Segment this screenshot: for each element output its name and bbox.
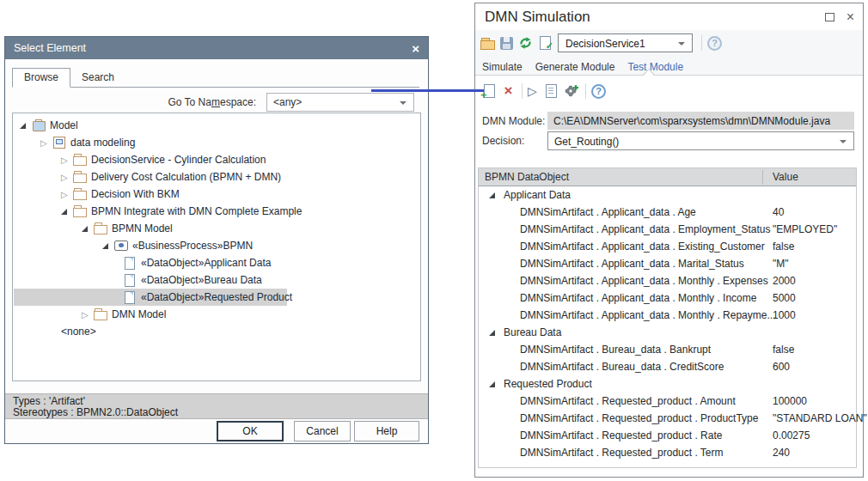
open-folder-icon[interactable]: [480, 36, 495, 50]
table-row[interactable]: DMNSimArtifact . Requested_product . Amo…: [479, 393, 856, 410]
tree-item[interactable]: ▷ Delivery Cost Calculation (BPMN + DMN): [13, 168, 420, 186]
tab-browse[interactable]: Browse: [12, 68, 70, 88]
table-header[interactable]: BPMN DataObject Value: [479, 168, 856, 186]
validate-icon[interactable]: ✓: [538, 36, 553, 50]
row-label: DMNSimArtifact . Requested_product . Ter…: [520, 447, 724, 459]
help-button[interactable]: Help: [354, 421, 419, 441]
table-row[interactable]: Requested Product: [479, 375, 856, 393]
dmn-module-path: C:\EA\DMNServer\com\sparxsystems\dmn\DMN…: [547, 112, 854, 130]
close-icon[interactable]: ×: [847, 10, 854, 24]
tree-item[interactable]: «DataObject»Applicant Data: [13, 254, 420, 271]
tree-item-label: <none>: [61, 326, 96, 338]
refresh-icon[interactable]: [518, 36, 533, 50]
row-label: DMNSimArtifact . Bureau_data . Bankrupt: [520, 344, 711, 356]
row-label: DMNSimArtifact . Requested_product . Rat…: [520, 429, 722, 441]
row-label: DMNSimArtifact . Applicant_data . Monthl…: [520, 309, 775, 321]
row-label: Requested Product: [504, 378, 592, 390]
tree-item[interactable]: BPMN Integrate with DMN Complete Example: [13, 203, 420, 220]
column-header-dataobject: BPMN DataObject: [485, 171, 569, 183]
tree-item-label: DecisionService - Cylinder Calculation: [91, 154, 266, 166]
row-value: false: [773, 344, 794, 356]
table-row[interactable]: DMNSimArtifact . Applicant_data . Monthl…: [479, 307, 856, 324]
tree-item[interactable]: «DataObject»Requested Product: [13, 289, 420, 306]
column-divider[interactable]: [762, 170, 763, 185]
expand-arrow-icon[interactable]: ▷: [61, 173, 73, 182]
namespace-dropdown[interactable]: <any>: [266, 93, 414, 112]
table-row[interactable]: DMNSimArtifact . Bureau_data . Bankrupt …: [479, 341, 856, 358]
expand-arrow-icon[interactable]: ▷: [61, 190, 73, 199]
table-row[interactable]: DMNSimArtifact . Requested_product . Ter…: [479, 444, 856, 461]
cancel-button[interactable]: Cancel: [294, 421, 351, 441]
tree-item[interactable]: ▷ data modeling: [13, 134, 420, 151]
tree-item-label: «DataObject»Applicant Data: [141, 257, 271, 269]
row-label: DMNSimArtifact . Requested_product . Pro…: [520, 412, 758, 424]
generate-module-icon[interactable]: [564, 84, 578, 98]
decision-dropdown[interactable]: Get_Routing(): [547, 131, 854, 150]
expand-arrow-icon[interactable]: ▷: [82, 310, 94, 320]
delete-icon[interactable]: ×: [502, 84, 515, 98]
folder-icon: [73, 171, 88, 183]
table-row[interactable]: Applicant Data: [479, 186, 856, 204]
table-row[interactable]: DMNSimArtifact . Applicant_data . Existi…: [479, 238, 856, 255]
document-icon: [123, 274, 138, 286]
tree-item[interactable]: ▷ DecisionService - Cylinder Calculation: [13, 151, 420, 168]
tab-search[interactable]: Search: [70, 69, 125, 87]
table-row[interactable]: Bureau Data: [479, 324, 856, 341]
expand-arrow-icon[interactable]: ▷: [61, 155, 73, 165]
toolbar-zone: ✓ DecisionService1 ? Simulate Generate M…: [475, 30, 863, 76]
expand-arrow-icon[interactable]: [102, 243, 114, 249]
row-value: 5000: [773, 292, 796, 304]
tree-item[interactable]: ▷ Decision With BKM: [13, 186, 420, 203]
row-value: "STANDARD LOAN": [773, 412, 867, 424]
tree-item[interactable]: BPMN Model: [13, 220, 420, 237]
expand-arrow-icon[interactable]: [82, 226, 94, 232]
ok-button[interactable]: OK: [217, 421, 284, 441]
tree-item[interactable]: «BusinessProcess»BPMN: [13, 237, 420, 254]
tree-item[interactable]: ▷ DMN Model: [13, 306, 420, 323]
table-row[interactable]: DMNSimArtifact . Applicant_data . Marita…: [479, 255, 856, 272]
row-value: 100000: [773, 395, 807, 407]
dialog-titlebar[interactable]: Select Element ×: [5, 37, 428, 59]
main-toolbar: ✓ DecisionService1 ?: [480, 33, 727, 53]
row-value: "M": [773, 258, 789, 270]
add-dataobject-icon[interactable]: +: [482, 84, 497, 98]
close-icon[interactable]: ×: [412, 42, 419, 55]
connector-line: [371, 89, 484, 92]
toolbar-separator: [522, 83, 523, 99]
help-icon[interactable]: ?: [591, 84, 606, 99]
table-row[interactable]: DMNSimArtifact . Applicant_data . Employ…: [479, 221, 856, 238]
expand-arrow-icon[interactable]: ▷: [40, 138, 52, 148]
view-source-icon[interactable]: [544, 84, 559, 98]
window-titlebar[interactable]: DMN Simulation ×: [475, 3, 863, 30]
decision-service-value: DecisionService1: [565, 38, 645, 50]
tree-item[interactable]: <none>: [13, 323, 420, 340]
module-toolbar: + × ▷ ?: [482, 81, 611, 101]
view-icon: [52, 137, 67, 149]
tree-item[interactable]: «DataObject»Bureau Data: [13, 271, 420, 289]
row-label: Bureau Data: [504, 326, 561, 338]
table-row[interactable]: DMNSimArtifact . Applicant_data . Monthl…: [479, 289, 856, 307]
table-row[interactable]: DMNSimArtifact . Bureau_data . CreditSco…: [479, 358, 856, 375]
expand-arrow-icon[interactable]: [20, 123, 32, 129]
table-row[interactable]: DMNSimArtifact . Requested_product . Rat…: [479, 427, 856, 444]
run-icon[interactable]: ▷: [528, 84, 539, 98]
tab-generate-module[interactable]: Generate Module: [535, 58, 615, 76]
tree-item-label: Model: [50, 119, 78, 131]
tab-simulate[interactable]: Simulate: [482, 58, 523, 76]
element-tree[interactable]: Model ▷ data modeling ▷ DecisionService …: [12, 113, 421, 381]
folder-icon: [73, 154, 88, 166]
table-row[interactable]: DMNSimArtifact . Requested_product . Pro…: [479, 410, 856, 427]
table-row[interactable]: DMNSimArtifact . Applicant_data . Age 40: [479, 204, 856, 221]
help-icon[interactable]: ?: [707, 36, 722, 51]
table-body: Applicant Data DMNSimArtifact . Applican…: [479, 186, 856, 461]
save-icon[interactable]: [500, 37, 513, 50]
maximize-icon[interactable]: [825, 13, 834, 21]
decision-service-dropdown[interactable]: DecisionService1: [558, 33, 693, 52]
expand-arrow-icon[interactable]: [61, 209, 73, 215]
table-row[interactable]: DMNSimArtifact . Applicant_data . Monthl…: [479, 272, 856, 289]
row-value: 0.00275: [773, 429, 810, 441]
tree-item[interactable]: Model: [13, 117, 420, 134]
row-value: 40: [773, 206, 784, 218]
dmn-module-label: DMN Module:: [482, 115, 545, 127]
model-icon: [32, 119, 46, 131]
